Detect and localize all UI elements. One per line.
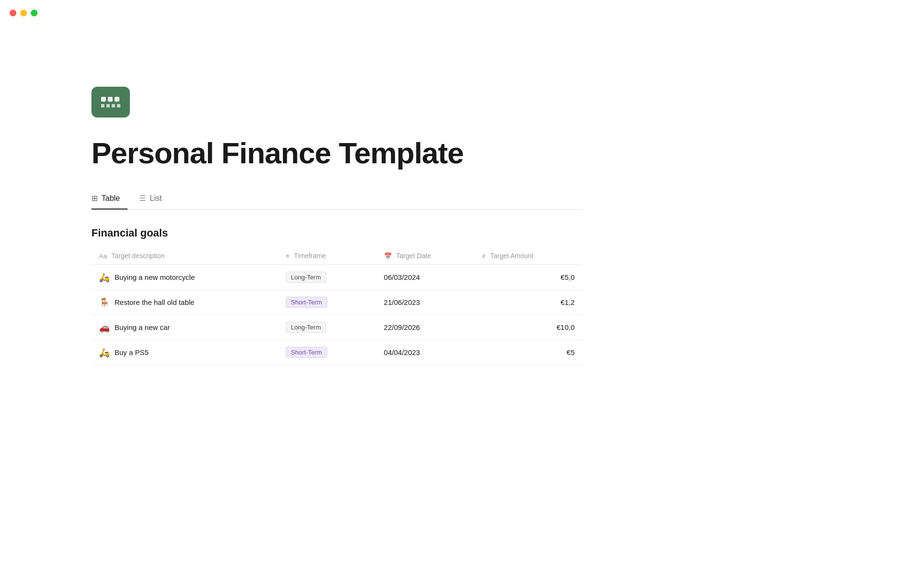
cell-date: 04/04/2023 <box>376 340 475 365</box>
table-row[interactable]: 🪑Restore the hall old tableShort-Term21/… <box>91 290 582 315</box>
timeframe-badge: Short-Term <box>286 297 327 308</box>
row-emoji: 🪑 <box>99 297 110 308</box>
col-header-amount[interactable]: # Target Amount <box>475 247 582 265</box>
table-header-row: Aa Target description ≡ Timeframe 📅 Targ… <box>91 247 582 265</box>
timeframe-badge: Short-Term <box>286 347 327 358</box>
close-button[interactable] <box>10 10 16 16</box>
table-icon: ⊞ <box>91 194 98 203</box>
row-description-text: Restore the hall old table <box>115 298 194 306</box>
cell-timeframe: Short-Term <box>278 340 376 365</box>
timeframe-badge: Long-Term <box>286 272 326 283</box>
row-emoji: 🛵 <box>99 272 110 283</box>
section-title: Financial goals <box>91 227 582 239</box>
row-description-text: Buy a PS5 <box>115 348 149 356</box>
row-description-text: Buying a new car <box>115 323 170 331</box>
tab-table-label: Table <box>102 194 120 203</box>
cell-amount: €10,0 <box>475 315 582 340</box>
calendar-type-icon: 📅 <box>384 252 392 260</box>
tab-list-label: List <box>150 194 162 203</box>
text-type-icon: Aa <box>99 252 107 260</box>
row-emoji: 🛵 <box>99 347 110 358</box>
maximize-button[interactable] <box>31 10 38 16</box>
table-row[interactable]: 🛵Buy a PS5Short-Term04/04/2023€5 <box>91 340 582 365</box>
cell-amount: €5,0 <box>475 265 582 290</box>
col-header-timeframe[interactable]: ≡ Timeframe <box>278 247 376 265</box>
col-header-target-desc[interactable]: Aa Target description <box>91 247 278 265</box>
cell-timeframe: Long-Term <box>278 265 376 290</box>
page-icon <box>91 87 130 118</box>
cell-description: 🚗Buying a new car <box>91 315 278 340</box>
tab-table[interactable]: ⊞ Table <box>91 189 128 210</box>
cell-timeframe: Long-Term <box>278 315 376 340</box>
table-row[interactable]: 🛵Buying a new motorcycleLong-Term06/03/2… <box>91 265 582 290</box>
cell-description: 🪑Restore the hall old table <box>91 290 278 315</box>
number-type-icon: # <box>482 252 486 260</box>
cell-date: 22/09/2026 <box>376 315 475 340</box>
window-controls <box>10 10 38 16</box>
table-row[interactable]: 🚗Buying a new carLong-Term22/09/2026€10,… <box>91 315 582 340</box>
tab-bar: ⊞ Table ☰ List <box>91 189 582 210</box>
financial-goals-table: Aa Target description ≡ Timeframe 📅 Targ… <box>91 247 582 365</box>
minimize-button[interactable] <box>20 10 27 16</box>
cell-amount: €1,2 <box>475 290 582 315</box>
col-header-date[interactable]: 📅 Target Date <box>376 247 475 265</box>
row-emoji: 🚗 <box>99 322 110 333</box>
timeframe-badge: Long-Term <box>286 322 326 333</box>
cell-description: 🛵Buying a new motorcycle <box>91 265 278 290</box>
cell-date: 06/03/2024 <box>376 265 475 290</box>
row-description-text: Buying a new motorcycle <box>115 273 195 281</box>
cell-timeframe: Short-Term <box>278 290 376 315</box>
cell-description: 🛵Buy a PS5 <box>91 340 278 365</box>
page-title: Personal Finance Template <box>91 137 582 170</box>
cell-date: 21/06/2023 <box>376 290 475 315</box>
tab-list[interactable]: ☰ List <box>139 189 169 210</box>
list-icon: ☰ <box>139 194 146 203</box>
list-type-icon: ≡ <box>286 252 290 260</box>
cell-amount: €5 <box>475 340 582 365</box>
